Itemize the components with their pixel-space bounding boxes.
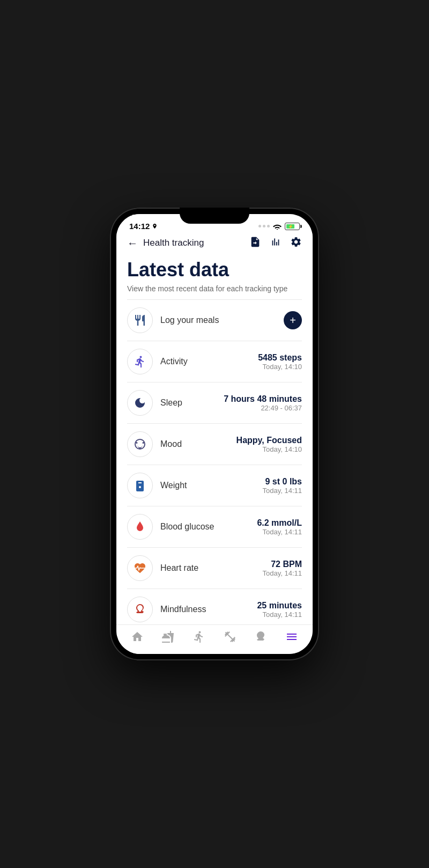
phone-frame: 14:12 xyxy=(110,208,319,660)
walking-icon xyxy=(134,355,146,368)
heart-rate-time: Today, 14:11 xyxy=(263,569,302,577)
mindfulness-icon xyxy=(134,603,146,616)
mood-time: Today, 14:10 xyxy=(236,445,302,453)
wifi-icon xyxy=(273,223,282,230)
nav-icons xyxy=(249,236,302,250)
mindfulness-time: Today, 14:11 xyxy=(257,610,302,619)
tab-fitness[interactable] xyxy=(224,630,236,643)
gear-icon[interactable] xyxy=(290,236,302,250)
activity-value-wrap: 5485 steps Today, 14:10 xyxy=(258,353,302,371)
weight-icon xyxy=(134,479,146,492)
menu-tab-icon xyxy=(285,630,298,643)
sleep-time: 22:49 - 06:37 xyxy=(224,404,302,412)
heart-rate-icon-wrap xyxy=(127,555,153,581)
activity-tab-icon xyxy=(193,630,205,643)
mood-value: Happy, Focused xyxy=(236,436,302,445)
mindfulness-value-wrap: 25 minutes Today, 14:11 xyxy=(257,601,302,619)
list-item-mindfulness[interactable]: Mindfulness 25 minutes Today, 14:11 xyxy=(116,589,313,624)
glucose-value-wrap: 6.2 mmol/L Today, 14:11 xyxy=(257,518,302,536)
blood-glucose-icon xyxy=(134,520,146,533)
activity-value: 5485 steps xyxy=(258,353,302,363)
mood-label: Mood xyxy=(160,439,236,449)
new-file-icon[interactable] xyxy=(249,236,261,250)
add-meals-button[interactable]: + xyxy=(284,311,302,329)
glucose-icon-wrap xyxy=(127,514,153,540)
page-title: Latest data xyxy=(127,259,302,281)
mindfulness-value: 25 minutes xyxy=(257,601,302,610)
weight-time: Today, 14:11 xyxy=(263,487,302,495)
meals-label: Log your meals xyxy=(160,315,284,325)
sleep-value: 7 hours 48 minutes xyxy=(224,394,302,404)
weight-value: 9 st 0 lbs xyxy=(263,477,302,487)
list-item-meals[interactable]: Log your meals + xyxy=(116,300,313,341)
sleep-icon xyxy=(134,396,146,409)
time-display: 14:12 xyxy=(129,222,150,231)
glucose-label: Blood glucose xyxy=(160,522,257,532)
content-scroll[interactable]: ← Health tracking xyxy=(116,231,313,624)
list-item-mood[interactable]: Mood Happy, Focused Today, 14:10 xyxy=(116,424,313,465)
list-item-weight[interactable]: Weight 9 st 0 lbs Today, 14:11 xyxy=(116,465,313,506)
tab-food[interactable] xyxy=(161,630,174,643)
page-subtitle: View the most recent data for each track… xyxy=(127,284,302,293)
list-item-sleep[interactable]: Sleep 7 hours 48 minutes 22:49 - 06:37 xyxy=(116,382,313,423)
tab-menu[interactable] xyxy=(285,630,298,643)
list-item-glucose[interactable]: Blood glucose 6.2 mmol/L Today, 14:11 xyxy=(116,506,313,547)
page-header: ← Health tracking xyxy=(116,231,313,299)
sleep-value-wrap: 7 hours 48 minutes 22:49 - 06:37 xyxy=(224,394,302,412)
heart-rate-value: 72 BPM xyxy=(263,560,302,569)
tab-home[interactable] xyxy=(131,630,144,643)
weight-value-wrap: 9 st 0 lbs Today, 14:11 xyxy=(263,477,302,495)
fitness-tab-icon xyxy=(224,630,236,643)
heart-rate-label: Heart rate xyxy=(160,563,263,573)
meals-icon-wrap xyxy=(127,307,153,333)
battery-icon xyxy=(285,223,300,230)
signal-dots xyxy=(258,225,270,227)
glucose-time: Today, 14:11 xyxy=(257,528,302,536)
location-icon xyxy=(152,223,158,229)
status-right xyxy=(258,223,300,230)
list-item-activity[interactable]: Activity 5485 steps Today, 14:10 xyxy=(116,341,313,382)
list-item-heart-rate[interactable]: Heart rate 72 BPM Today, 14:11 xyxy=(116,548,313,589)
tab-mind[interactable] xyxy=(254,630,267,643)
battery-fill xyxy=(286,224,294,229)
food-tab-icon xyxy=(161,630,174,643)
mood-value-wrap: Happy, Focused Today, 14:10 xyxy=(236,436,302,453)
nav-title: Health tracking xyxy=(143,238,204,248)
sleep-label: Sleep xyxy=(160,398,224,408)
heart-rate-value-wrap: 72 BPM Today, 14:11 xyxy=(263,560,302,577)
phone-screen: 14:12 xyxy=(116,214,313,654)
back-button[interactable]: ← xyxy=(127,237,138,249)
heart-rate-icon xyxy=(134,562,146,575)
nav-left: ← Health tracking xyxy=(127,237,204,249)
mood-icon-wrap xyxy=(127,431,153,457)
activity-label: Activity xyxy=(160,357,258,366)
mindfulness-label: Mindfulness xyxy=(160,605,257,614)
glucose-value: 6.2 mmol/L xyxy=(257,518,302,528)
status-time: 14:12 xyxy=(129,222,158,231)
weight-label: Weight xyxy=(160,481,263,490)
notch xyxy=(180,208,249,224)
chart-icon[interactable] xyxy=(270,236,282,250)
activity-time: Today, 14:10 xyxy=(258,363,302,371)
mindfulness-icon-wrap xyxy=(127,597,153,622)
mood-icon xyxy=(134,438,146,451)
activity-icon-wrap xyxy=(127,349,153,374)
fork-knife-icon xyxy=(134,314,146,327)
mind-tab-icon xyxy=(254,630,267,643)
weight-icon-wrap xyxy=(127,473,153,498)
home-icon xyxy=(131,630,144,643)
tab-activity[interactable] xyxy=(193,630,205,643)
nav-row: ← Health tracking xyxy=(127,236,302,250)
sleep-icon-wrap xyxy=(127,390,153,416)
tab-bar xyxy=(116,624,313,654)
